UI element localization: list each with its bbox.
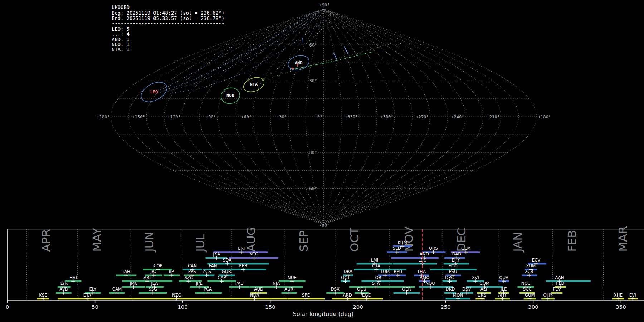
- shower-code: ORS: [429, 246, 438, 251]
- shower-code: ARD: [343, 293, 352, 298]
- month-label: AUG: [244, 226, 258, 252]
- month-label: APR: [39, 229, 53, 252]
- shower-FEV: FEV: [551, 287, 563, 294]
- shower-AHY: AHY: [495, 293, 510, 301]
- shower-code: HVI: [69, 275, 77, 280]
- shower-code: IIP: [169, 269, 174, 274]
- shower-SSG: SSG: [139, 287, 167, 294]
- shower-code: JEA: [151, 281, 158, 286]
- shower-code: PCA: [204, 287, 212, 292]
- lon-label: +270°: [416, 114, 429, 119]
- lon-label: +150°: [132, 114, 145, 119]
- shower-code: SCC: [523, 287, 531, 292]
- x-axis-label: Solar longitude (deg): [293, 311, 354, 317]
- shower-PAU: PAU: [229, 281, 249, 289]
- month-label: SEP: [297, 230, 311, 252]
- x-tick-label: 200: [353, 304, 363, 310]
- radiant-label: NOO: [226, 93, 234, 98]
- shower-code: GUM: [525, 293, 535, 298]
- shower-GUM: GUM: [524, 293, 536, 301]
- lon-label: +240°: [451, 114, 464, 119]
- shower-code: QUA: [499, 275, 508, 280]
- shower-URS: URS: [475, 293, 486, 301]
- shower-code: KUM: [397, 240, 407, 245]
- shower-EVI: EVI: [628, 293, 638, 301]
- sky-map: +180°+150°+120°+90°+60°+30°+0°+330°+300°…: [97, 3, 551, 228]
- shower-CAM: CAM: [109, 287, 125, 294]
- shower-code: MON: [453, 293, 463, 298]
- shower-code: NDA: [250, 293, 259, 298]
- shower-code: GEM: [461, 246, 471, 251]
- lat-label: +60°: [307, 43, 317, 48]
- shower-LEO: LEO: [393, 258, 437, 265]
- x-tick-label: 300: [528, 304, 538, 310]
- grid-meridian: [129, 9, 324, 224]
- shower-code: URS: [478, 293, 486, 298]
- shower-code: DAD: [452, 252, 461, 257]
- month-label: JUN: [143, 231, 156, 253]
- shower-code: ORI: [375, 275, 382, 280]
- lon-label: +60°: [241, 114, 252, 119]
- shower-IIP: IIP: [164, 269, 180, 277]
- month-label: NOV: [402, 226, 416, 252]
- lon-label: +210°: [487, 114, 499, 119]
- shower-ARD: ARD: [332, 293, 358, 301]
- meteor-trail: [155, 47, 232, 92]
- shower-count: NTA: 1: [112, 47, 130, 52]
- observation-begin: Beg: 20251119 01:48:27 (sol = 236.62°): [112, 10, 224, 16]
- shower-code: DSV: [462, 287, 471, 292]
- shower-code: SPE: [302, 293, 310, 298]
- shower-NZC: NZC: [132, 293, 225, 301]
- shower-code: CAN: [188, 263, 197, 268]
- radiant-NTA: NTA: [241, 75, 266, 94]
- shower-code: XUM: [526, 263, 536, 268]
- pole-label-bottom: -90°: [319, 223, 330, 228]
- shower-NDA: NDA: [225, 293, 287, 301]
- meteor-trail: [256, 22, 329, 83]
- meteor-segment: [344, 47, 348, 54]
- shower-code: OCT: [341, 275, 350, 280]
- shower-code: NOO: [425, 281, 435, 286]
- shower-OCT: OCT: [341, 275, 350, 283]
- shower-code: COR: [153, 263, 163, 268]
- shower-code: FEV: [553, 287, 561, 292]
- shower-AUR: AUR: [281, 287, 297, 294]
- month-label: FEB: [565, 230, 579, 252]
- meteor-trail: [156, 16, 318, 93]
- lon-label: +180°: [538, 114, 551, 119]
- shower-KCG: KCG: [229, 252, 279, 259]
- shower-code: DKD: [445, 287, 455, 292]
- shower-code: TAH: [122, 269, 130, 274]
- shower-EGE: EGE: [358, 293, 383, 301]
- x-tick-label: 0: [6, 304, 9, 310]
- shower-code: RPU: [394, 269, 402, 274]
- shower-code: AHY: [498, 293, 507, 298]
- x-tick-label: 250: [440, 304, 450, 310]
- shower-code: PSU: [449, 269, 457, 274]
- x-tick-label: 50: [92, 304, 98, 310]
- shower-QUA: QUA: [499, 275, 509, 283]
- shower-code: FED: [556, 281, 564, 286]
- shower-code: AMO: [420, 275, 430, 280]
- shower-code: OCU: [357, 287, 366, 292]
- shower-ERI: ERI: [213, 246, 268, 254]
- radiant-label: LEO: [150, 89, 158, 94]
- shower-code: OHY: [543, 293, 553, 298]
- month-label: JAN: [511, 232, 525, 253]
- shower-ZCS: ZCS: [200, 269, 214, 277]
- radiant-LEO: LEO: [138, 78, 170, 106]
- shower-AAN: AAN: [546, 275, 591, 283]
- separator-line: --------------------------------------: [112, 20, 224, 26]
- shower-code: ELY: [89, 287, 96, 292]
- shower-code: ARI: [143, 275, 151, 280]
- shower-SPE: SPE: [288, 293, 325, 301]
- activity-timeline: APRMAYJUNJULAUGSEPOCTNOVDECJANFEBMARKUME…: [6, 226, 644, 311]
- shower-code: ZCS: [203, 269, 211, 274]
- shower-count-list: LEO: 5...: 4AND: 1NOO: 1NTA: 1: [112, 26, 130, 52]
- shower-ORI: ORI: [361, 275, 404, 283]
- lon-label: +90°: [206, 114, 216, 119]
- shower-KSE: KSE: [37, 293, 49, 301]
- shower-AVB: AVB: [56, 287, 71, 294]
- shower-code: NCC: [521, 281, 530, 286]
- shower-code: PER: [239, 263, 247, 268]
